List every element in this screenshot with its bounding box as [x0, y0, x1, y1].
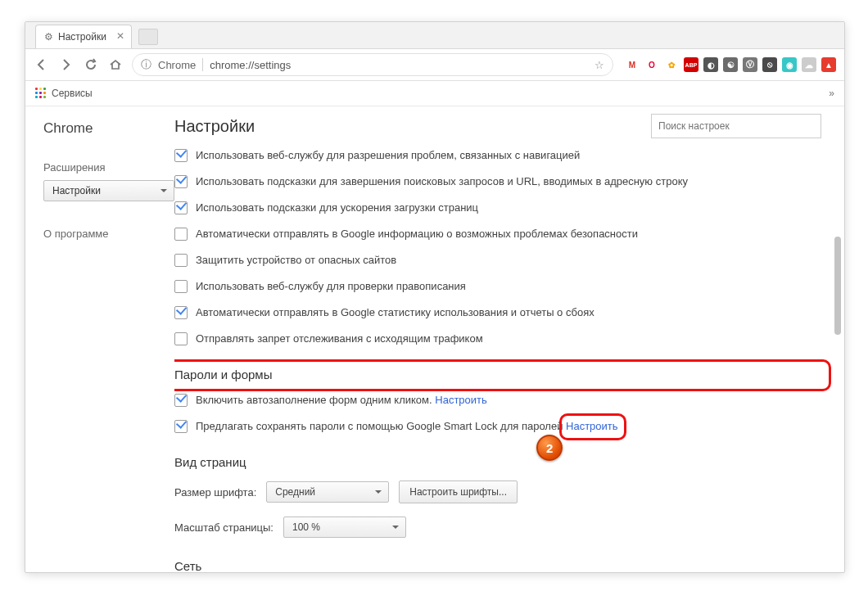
site-info-icon[interactable]: ⓘ: [141, 57, 151, 72]
privacy-label-6: Автоматически отправлять в Google статис…: [196, 305, 594, 320]
settings-main: Настройки Использовать веб-службу для ра…: [174, 104, 844, 572]
vk-icon[interactable]: Ⓥ: [743, 57, 757, 72]
tab-strip: ⚙ Настройки ✕: [25, 22, 844, 49]
apps-grid-icon: [35, 88, 47, 99]
back-button[interactable]: [34, 56, 50, 73]
privacy-opt-5: Использовать веб-службу для проверки пра…: [174, 279, 821, 294]
mail-icon[interactable]: M: [625, 57, 640, 72]
privacy-label-3: Автоматически отправлять в Google информ…: [196, 227, 638, 241]
opt-autofill: Включить автозаполнение форм одним клико…: [174, 393, 821, 408]
privacy-opt-2: Использовать подсказки для ускорения заг…: [174, 201, 821, 215]
privacy-label-5: Использовать веб-службу для проверки пра…: [196, 279, 466, 294]
browser-window: ⚙ Настройки ✕ ⓘ Chrome chrome://settings…: [25, 21, 845, 573]
toolbar: ⓘ Chrome chrome://settings ☆ MO✿ABP◐☯Ⓥ⦸◉…: [25, 49, 844, 81]
bookmark-star-icon[interactable]: ☆: [594, 59, 604, 71]
settings-sidebar: Chrome Расширения Настройки О программе: [25, 104, 174, 572]
vertical-scrollbar[interactable]: [831, 106, 843, 569]
bookmarks-bar: Сервисы »: [25, 81, 844, 106]
privacy-checkbox-6[interactable]: [174, 306, 188, 319]
opera-icon[interactable]: O: [644, 57, 659, 72]
block-icon[interactable]: ⦸: [762, 57, 777, 72]
settings-page: Chrome Расширения Настройки О программе …: [25, 104, 844, 572]
section-appearance: Вид страниц: [174, 455, 821, 469]
apps-label: Сервисы: [52, 88, 93, 99]
privacy-checkbox-0[interactable]: [174, 149, 188, 162]
privacy-opt-6: Автоматически отправлять в Google статис…: [174, 305, 821, 320]
address-bar[interactable]: ⓘ Chrome chrome://settings ☆: [132, 53, 613, 76]
callout-2: 2: [536, 435, 563, 461]
monkey-icon[interactable]: ☯: [723, 57, 738, 72]
bookmarks-overflow-icon[interactable]: »: [829, 88, 834, 99]
abp-icon[interactable]: ABP: [684, 57, 698, 72]
font-size-label: Размер шрифта:: [174, 486, 256, 499]
eye-icon[interactable]: ◉: [782, 57, 797, 72]
settings-header: Настройки: [174, 114, 821, 138]
bw-icon[interactable]: ◐: [703, 57, 718, 72]
home-button[interactable]: [107, 56, 124, 73]
page-zoom-select[interactable]: 100 %: [283, 517, 406, 538]
sidebar-item-settings[interactable]: Настройки: [43, 180, 174, 201]
privacy-checkbox-4[interactable]: [174, 254, 188, 267]
row-page-zoom: Масштаб страницы: 100 %: [174, 517, 821, 538]
section-network: Сеть: [174, 559, 821, 572]
tab-close-icon[interactable]: ✕: [116, 30, 124, 42]
page-zoom-label: Масштаб страницы:: [174, 521, 274, 534]
url-text: chrome://settings: [210, 59, 291, 71]
privacy-checkbox-7[interactable]: [174, 332, 188, 345]
privacy-opt-4: Защитить устройство от опасных сайтов: [174, 253, 821, 268]
forward-button[interactable]: [58, 56, 75, 73]
reload-button[interactable]: [83, 56, 99, 73]
up-icon[interactable]: ▲: [821, 57, 836, 72]
opt-autofill-label: Включить автозаполнение форм одним клико…: [196, 394, 432, 406]
privacy-checkbox-1[interactable]: [174, 175, 188, 188]
privacy-opt-7: Отправлять запрет отслеживания с исходящ…: [174, 332, 821, 346]
privacy-checkbox-3[interactable]: [174, 228, 188, 241]
sidebar-item-extensions[interactable]: Расширения: [43, 155, 174, 180]
opt-smartlock: Предлагать сохранять пароли с помощью Go…: [174, 419, 821, 434]
privacy-opt-3: Автоматически отправлять в Google информ…: [174, 227, 821, 241]
checkbox-smartlock[interactable]: [174, 420, 188, 433]
cloud-icon[interactable]: ☁: [802, 57, 816, 72]
extension-icons: MO✿ABP◐☯Ⓥ⦸◉☁▲: [622, 57, 836, 72]
origin-label: Chrome: [158, 59, 196, 71]
tab-title: Настройки: [58, 31, 106, 43]
privacy-label-2: Использовать подсказки для ускорения заг…: [196, 201, 478, 215]
section-passwords-forms: Пароли и формы: [174, 368, 821, 381]
privacy-checkbox-5[interactable]: [174, 280, 188, 293]
privacy-label-7: Отправлять запрет отслеживания с исходящ…: [196, 332, 483, 346]
privacy-opt-0: Использовать веб-службу для разрешения п…: [174, 148, 821, 163]
row-font-size: Размер шрифта: Средний Настроить шрифты.…: [174, 480, 821, 503]
privacy-label-1: Использовать подсказки для завершения по…: [196, 174, 688, 189]
checkbox-autofill[interactable]: [174, 394, 188, 407]
settings-search-input[interactable]: [651, 114, 821, 138]
sidebar-item-about[interactable]: О программе: [43, 221, 174, 246]
link-autofill-configure[interactable]: Настроить: [435, 394, 487, 406]
apps-shortcut[interactable]: Сервисы: [35, 88, 93, 99]
omnibox-divider: [202, 58, 203, 71]
customize-fonts-button[interactable]: Настроить шрифты...: [399, 480, 518, 503]
tab-settings[interactable]: ⚙ Настройки ✕: [35, 25, 132, 48]
scrollbar-thumb[interactable]: [834, 237, 841, 335]
privacy-checkbox-2[interactable]: [174, 201, 188, 214]
sidebar-title: Chrome: [43, 120, 174, 137]
privacy-label-4: Защитить устройство от опасных сайтов: [196, 253, 396, 268]
page-title: Настройки: [174, 117, 255, 136]
privacy-label-0: Использовать веб-службу для разрешения п…: [196, 148, 580, 163]
font-size-select[interactable]: Средний: [266, 481, 389, 503]
gear-icon: ⚙: [44, 31, 53, 43]
link-smartlock-configure[interactable]: Настроить: [566, 420, 618, 432]
privacy-opt-1: Использовать подсказки для завершения по…: [174, 174, 821, 189]
new-tab-button[interactable]: [138, 29, 158, 45]
paw-icon[interactable]: ✿: [664, 57, 679, 72]
opt-smartlock-label: Предлагать сохранять пароли с помощью Go…: [196, 420, 563, 432]
